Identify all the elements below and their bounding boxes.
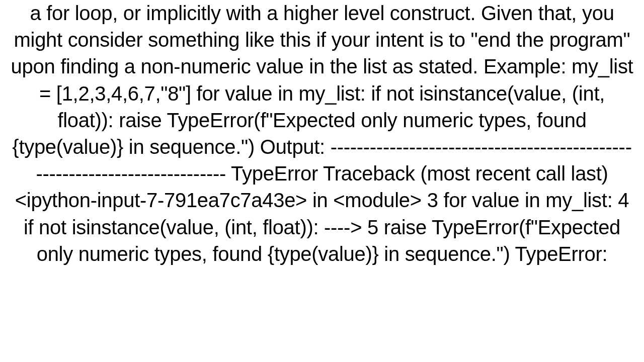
- body-text: a for loop, or implicitly with a higher …: [11, 2, 633, 265]
- document-body: a for loop, or implicitly with a higher …: [0, 0, 644, 267]
